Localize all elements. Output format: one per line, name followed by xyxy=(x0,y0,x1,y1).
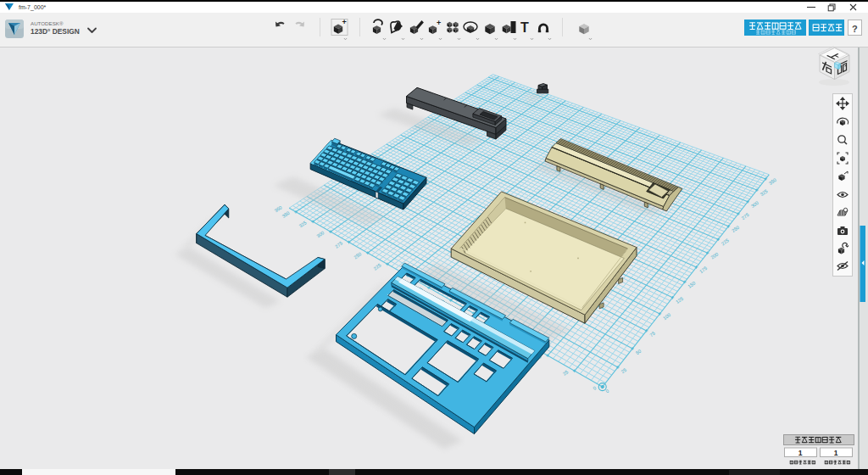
svg-text:AUTODESK®: AUTODESK® xyxy=(31,20,64,26)
svg-text:?: ? xyxy=(852,24,858,34)
svg-text:fm-7_000*: fm-7_000* xyxy=(19,4,47,11)
svg-text:1: 1 xyxy=(834,449,838,457)
svg-text:+: + xyxy=(437,19,441,27)
svg-text:123D° DESIGN: 123D° DESIGN xyxy=(31,27,80,36)
svg-text:T: T xyxy=(520,20,529,35)
svg-text:1: 1 xyxy=(798,449,803,457)
